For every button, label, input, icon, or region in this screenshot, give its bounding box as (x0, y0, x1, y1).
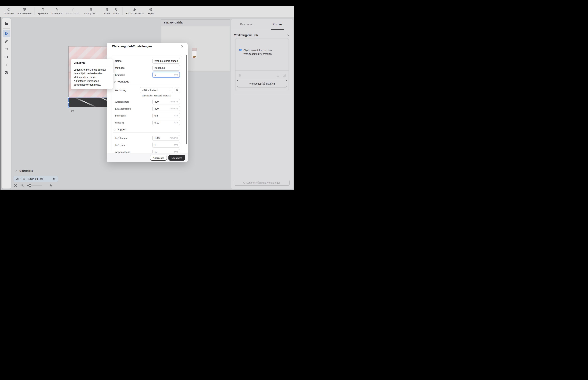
close-icon[interactable] (181, 45, 184, 48)
home-icon (7, 8, 11, 12)
right-sidebar: Bearbeiten Prozess Werkzeugpfad-Liste Ob… (231, 19, 293, 189)
joghoehe-input[interactable]: 1 mm (152, 142, 180, 148)
tooltip-line: Materials fest, das in (74, 75, 110, 79)
field-row-werkzeug: Werkzeug V-Bit schnitzen (113, 87, 180, 93)
workspace-icon (22, 8, 26, 12)
object-list-header[interactable]: Objektliste (14, 170, 33, 172)
toolbar-label: Arbeitsbereich (17, 12, 32, 15)
list-actions-divider (235, 70, 288, 71)
toolbar-unten[interactable]: Unten (112, 8, 121, 15)
selection-handle-mid-left[interactable] (68, 102, 69, 103)
redo-icon (71, 8, 75, 12)
tab-prozess[interactable]: Prozess (262, 19, 293, 30)
selection-handle-bottom-left[interactable] (68, 106, 69, 108)
input-value: Werkzeugpfad fräsen (154, 59, 178, 62)
stl-model-thumbnail[interactable] (192, 48, 197, 58)
material-note: Materialien: Standard-Material (113, 94, 180, 97)
gcode-preview-button[interactable]: G-Code erstellen und voranzeigen (234, 180, 290, 186)
field-label: Arbeitstempo (115, 100, 129, 103)
tool-settings-button[interactable] (174, 87, 180, 93)
zoom-slider-knob[interactable] (29, 184, 31, 187)
name-input[interactable]: Werkzeugpfad fräsen (152, 58, 180, 64)
palette-divider (3, 28, 10, 29)
toolbar-erneut-ausfuehren[interactable]: Erneut ausfü... (64, 8, 82, 15)
toolbar-stl-3d-ansicht[interactable]: STL 3D-Ansicht (124, 8, 146, 15)
selected-object[interactable] (68, 98, 109, 107)
eye-icon[interactable] (53, 177, 56, 181)
input-value: 1 (154, 144, 173, 146)
canvas-workspace[interactable]: -50 (0, 17, 294, 190)
rectangle-tool-button[interactable] (2, 45, 10, 53)
ellipse-tool-button[interactable] (2, 53, 10, 61)
save-icon (41, 8, 45, 12)
umstieg-input[interactable]: 0,12 mm (152, 120, 180, 125)
methode-select[interactable]: Kopplung (152, 65, 180, 71)
field-row-umstieg: Umstieg 0,12 mm (113, 120, 180, 125)
move-up-icon[interactable] (276, 74, 280, 77)
chevron-down-icon[interactable] (287, 34, 290, 37)
tooltip-line: Legen Sie die Menge des auf (74, 68, 110, 72)
open-file-button[interactable] (2, 20, 10, 27)
stepdown-input[interactable]: 0,5 mm (152, 113, 180, 118)
arbeitstempo-input[interactable]: 300 mm/min (152, 99, 180, 104)
pen-tool-button[interactable] (2, 38, 10, 45)
text-icon (4, 63, 8, 67)
zoom-slider[interactable] (27, 185, 42, 186)
field-row-anschlaghoehe: Anschlaghöhe 10 mm (113, 149, 180, 153)
toolbar-oben[interactable]: Oben (102, 8, 112, 15)
save-button[interactable]: Speichern (169, 155, 185, 161)
model-cap (192, 48, 197, 51)
object-list-item[interactable]: 1-35_PROP_50B.stl (13, 176, 58, 182)
input-unit: mm (174, 144, 178, 146)
tab-bearbeiten[interactable]: Bearbeiten (231, 19, 262, 30)
input-unit: mm/min (170, 107, 178, 110)
trash-icon[interactable] (238, 74, 242, 77)
select-tool-button[interactable] (2, 30, 10, 37)
select-value: V-Bit schnitzen (142, 89, 168, 92)
anschlaghoehe-input[interactable]: 10 mm (152, 149, 180, 153)
toolpath-settings-dialog: Werkzeugpfad-Einstellungen Name Werkzeug… (107, 43, 188, 162)
field-row-stepdown: Step down 0,5 mm (113, 113, 180, 118)
settings-group: Name Werkzeugpfad fräsen Methode Kopplun… (111, 56, 182, 153)
heightmap-streak (74, 97, 96, 108)
toolbar-label: Speichern (38, 12, 48, 15)
field-label: Erlaubnis (115, 73, 125, 76)
move-down-icon[interactable] (283, 74, 286, 77)
zoom-out-icon[interactable] (20, 184, 24, 188)
toolbar-repair[interactable]: Repair (146, 8, 156, 15)
input-value: 300 (154, 107, 169, 110)
create-toolpath-button[interactable]: Werkzeugpfad erstellen (237, 80, 287, 87)
toolpath-list-box: Objekt auswählen, um den Werkzeugpfad zu… (235, 38, 289, 91)
field-label: Name (115, 59, 122, 62)
toolbar-startseite[interactable]: Startseite (2, 8, 16, 15)
toolbar-speichern[interactable]: Speichern (36, 8, 50, 15)
toolbar-arbeitsbereich[interactable]: Arbeitsbereich (16, 8, 33, 15)
section-title: Joggen (117, 128, 126, 131)
field-row-methode: Methode Kopplung (113, 65, 180, 71)
fit-screen-icon[interactable] (14, 184, 17, 188)
section-header-joggen: Joggen (113, 128, 180, 131)
toolbar-widerrufen[interactable]: Widerrufen (50, 8, 64, 15)
rectangle-icon (4, 47, 8, 51)
zoom-in-icon[interactable] (49, 184, 53, 188)
transform-tool-button[interactable] (2, 69, 10, 76)
input-value: 1500 (154, 137, 169, 139)
field-label: Anschlaghöhe (115, 150, 130, 153)
chevron-down-icon[interactable] (14, 170, 17, 172)
eintauchtempo-input[interactable]: 300 mm/min (152, 106, 180, 112)
selection-handle-top-left[interactable] (68, 97, 69, 99)
werkzeug-select[interactable]: V-Bit schnitzen (140, 87, 173, 93)
erlaubnis-input[interactable]: 1 mm (152, 72, 180, 77)
dialog-scrollbar[interactable] (186, 55, 187, 144)
toolpath-list-header[interactable]: Werkzeugpfad-Liste (231, 30, 293, 37)
dialog-header: Werkzeugpfad-Einstellungen (107, 43, 188, 50)
input-unit: mm (174, 114, 178, 117)
jogtempo-input[interactable]: 1500 mm/min (152, 135, 180, 141)
cancel-button[interactable]: Abbrechen (150, 155, 167, 161)
model-marker (193, 57, 194, 58)
text-tool-button[interactable] (2, 61, 10, 69)
field-row-joghoehe: Jog-Höhe 1 mm (113, 142, 180, 148)
toolbar-auftrag-einrichten[interactable]: Auftrag einri... (82, 8, 100, 15)
main-toolbar: Startseite Arbeitsbereich Speichern Wide… (0, 6, 294, 17)
gear-icon (89, 8, 93, 12)
